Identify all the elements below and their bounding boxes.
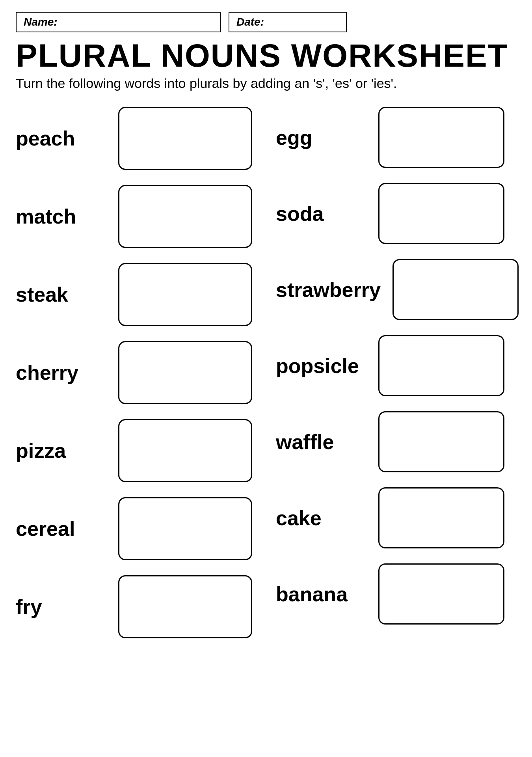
word-label: pizza: [16, 439, 106, 462]
list-item: pizza: [16, 419, 252, 482]
answer-box[interactable]: [118, 497, 252, 560]
word-label: cereal: [16, 517, 106, 541]
list-item: cake: [276, 487, 519, 548]
answer-box[interactable]: [118, 341, 252, 404]
word-label: banana: [276, 582, 366, 606]
word-label: strawberry: [276, 278, 381, 302]
answer-box[interactable]: [118, 263, 252, 326]
answer-box[interactable]: [118, 419, 252, 482]
list-item: cherry: [16, 341, 252, 404]
list-item: peach: [16, 107, 252, 170]
answer-box[interactable]: [378, 411, 504, 472]
answer-box[interactable]: [378, 563, 504, 625]
list-item: banana: [276, 563, 519, 625]
list-item: steak: [16, 263, 252, 326]
list-item: popsicle: [276, 335, 519, 396]
worksheet-grid: peachmatchsteakcherrypizzacerealfry eggs…: [16, 107, 516, 653]
word-label: cherry: [16, 361, 106, 384]
word-label: popsicle: [276, 354, 366, 378]
answer-box[interactable]: [378, 107, 504, 168]
answer-box[interactable]: [118, 185, 252, 248]
list-item: waffle: [276, 411, 519, 472]
word-label: peach: [16, 127, 106, 150]
answer-box[interactable]: [378, 183, 504, 244]
word-label: match: [16, 205, 106, 228]
word-label: cake: [276, 506, 366, 530]
instructions: Turn the following words into plurals by…: [16, 76, 516, 91]
word-label: waffle: [276, 430, 366, 454]
page-title: PLURAL NOUNS WORKSHEET: [16, 39, 516, 72]
left-column: peachmatchsteakcherrypizzacerealfry: [16, 107, 252, 653]
answer-box[interactable]: [118, 107, 252, 170]
list-item: soda: [276, 183, 519, 244]
list-item: strawberry: [276, 259, 519, 320]
list-item: egg: [276, 107, 519, 168]
answer-box[interactable]: [378, 335, 504, 396]
list-item: fry: [16, 575, 252, 638]
date-label: Date:: [236, 16, 264, 28]
name-field[interactable]: Name:: [16, 12, 221, 32]
name-label: Name:: [24, 16, 58, 28]
list-item: match: [16, 185, 252, 248]
word-label: soda: [276, 202, 366, 226]
answer-box[interactable]: [118, 575, 252, 638]
word-label: egg: [276, 126, 366, 149]
list-item: cereal: [16, 497, 252, 560]
answer-box[interactable]: [392, 259, 519, 320]
date-field[interactable]: Date:: [229, 12, 347, 32]
answer-box[interactable]: [378, 487, 504, 548]
right-column: eggsodastrawberrypopsiclewafflecakebanan…: [276, 107, 519, 653]
word-label: steak: [16, 283, 106, 306]
word-label: fry: [16, 595, 106, 619]
